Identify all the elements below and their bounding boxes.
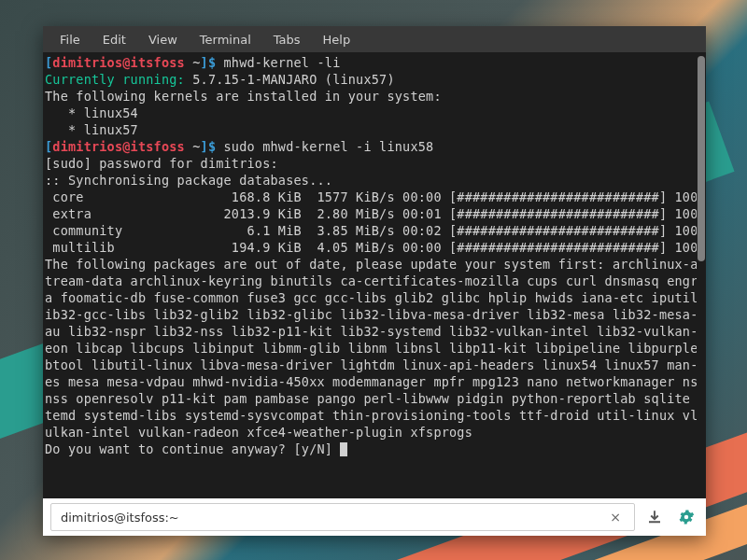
db-line: core 168.8 KiB 1577 KiB/s 00:00 [#######… <box>45 189 697 204</box>
pkg-line: a foomatic-db fuse-common fuse3 gcc gcc-… <box>45 290 697 305</box>
prompt-path: ~ <box>192 139 200 154</box>
menubar: File Edit View Terminal Tabs Help <box>43 26 706 52</box>
pkg-line: temd systemd-libs systemd-sysvcompat thi… <box>45 408 697 423</box>
pkg-line: es mesa mesa-vdpau mhwd-nvidia-450xx mod… <box>45 374 697 389</box>
prompt-path: ~ <box>192 55 200 70</box>
scrollbar[interactable] <box>697 52 706 498</box>
kernel-item: * linux57 <box>45 122 138 137</box>
close-icon[interactable]: × <box>606 510 625 525</box>
running-label: Currently running: <box>45 72 185 87</box>
sudo-prompt: [sudo] password for dimitrios: <box>45 156 278 171</box>
tab-bar: dimitrios@itsfoss:~ × <box>43 498 706 536</box>
command-2: sudo mhwd-kernel -i linux58 <box>224 139 434 154</box>
pkg-line: ulkan-intel vulkan-radeon xfce4-weather-… <box>45 425 472 440</box>
download-icon[interactable] <box>642 505 667 529</box>
pkg-line: ib32-gcc-libs lib32-glib2 lib32-glibc li… <box>45 307 697 322</box>
cursor <box>340 442 347 456</box>
prompt-user: dimitrios@itsfoss <box>52 139 185 154</box>
terminal-tab[interactable]: dimitrios@itsfoss:~ × <box>50 503 635 531</box>
installed-header: The following kernels are installed in y… <box>45 89 442 104</box>
menu-file[interactable]: File <box>50 29 90 50</box>
terminal-output[interactable]: [dimitrios@itsfoss ~]$ mhwd-kernel -li C… <box>43 52 697 498</box>
confirm-prompt: Do you want to continue anyway? [y/N] <box>45 441 340 456</box>
menu-edit[interactable]: Edit <box>93 29 135 50</box>
sync-line: :: Synchronising package databases... <box>45 173 332 188</box>
pkg-line: eon libcap libcups libinput libmm-glib l… <box>45 341 697 356</box>
pkg-line: btool libutil-linux libva-mesa-driver li… <box>45 357 697 372</box>
tab-title: dimitrios@itsfoss:~ <box>61 511 179 525</box>
kernel-item: * linux54 <box>45 105 138 120</box>
menu-tabs[interactable]: Tabs <box>264 29 310 50</box>
command-1: mhwd-kernel -li <box>224 55 341 70</box>
menu-help[interactable]: Help <box>314 29 360 50</box>
terminal-window: File Edit View Terminal Tabs Help [dimit… <box>43 26 706 536</box>
pkg-line: The following packages are out of date, … <box>45 257 697 272</box>
scroll-thumb[interactable] <box>698 56 705 261</box>
db-line: multilib 194.9 KiB 4.05 MiB/s 00:00 [###… <box>45 240 697 255</box>
menu-view[interactable]: View <box>139 29 187 50</box>
pkg-line: au lib32-nspr lib32-nss lib32-p11-kit li… <box>45 324 697 339</box>
svg-point-0 <box>684 515 689 520</box>
menu-terminal[interactable]: Terminal <box>190 29 261 50</box>
prompt-user: dimitrios@itsfoss <box>52 55 185 70</box>
db-line: community 6.1 MiB 3.85 MiB/s 00:02 [####… <box>45 223 697 238</box>
running-value: 5.7.15-1-MANJARO (linux57) <box>192 72 395 87</box>
db-line: extra 2013.9 KiB 2.80 MiB/s 00:01 [#####… <box>45 206 697 221</box>
pkg-line: tream-data archlinux-keyring binutils ca… <box>45 273 697 288</box>
pkg-line: nss openresolv p11-kit pam pambase pango… <box>45 391 697 406</box>
gear-icon[interactable] <box>674 505 698 529</box>
